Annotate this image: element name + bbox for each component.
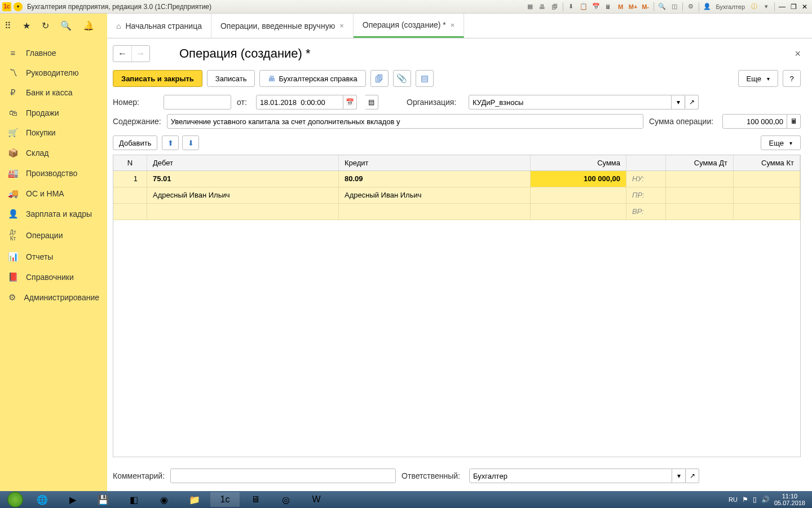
org-input[interactable] — [469, 95, 672, 110]
tray-flag-icon[interactable]: ⚑ — [742, 496, 748, 503]
tool-download-icon[interactable]: ⬇ — [566, 2, 577, 12]
sidebar-item-reports[interactable]: 📊Отчеты — [0, 247, 107, 267]
favorites-icon[interactable]: ★ — [23, 20, 30, 31]
tool-panels-icon[interactable]: ◫ — [669, 2, 680, 12]
sidebar-item-purchases[interactable]: 🛒Покупки — [0, 122, 107, 143]
table-row[interactable]: Адресный Иван Ильич Адресный Иван Ильич … — [113, 187, 800, 204]
more-button[interactable]: Еще — [738, 70, 778, 87]
entries-grid[interactable]: N Дебет Кредит Сумма Сумма Дт Сумма Кт 1… — [113, 155, 801, 457]
cell-sumdt[interactable] — [666, 171, 734, 187]
date-input[interactable] — [256, 95, 343, 110]
cell-n[interactable] — [113, 204, 147, 220]
tool-mplus-icon[interactable]: M+ — [628, 2, 639, 12]
calc-icon[interactable]: 🖩 — [787, 114, 801, 129]
cell-sumkt[interactable] — [734, 171, 800, 187]
tool-mminus-icon[interactable]: M- — [640, 2, 651, 12]
responsible-input[interactable] — [469, 468, 672, 483]
nav-forward-button[interactable]: → — [131, 46, 149, 62]
sidebar-item-production[interactable]: 🏭Производство — [0, 163, 107, 183]
sum-input[interactable] — [722, 114, 787, 129]
sidebar-item-operations[interactable]: ДтКтОперации — [0, 224, 107, 247]
start-button[interactable] — [3, 491, 27, 508]
history-icon[interactable]: ↻ — [42, 20, 49, 31]
calendar-icon[interactable]: 📅 — [343, 95, 357, 110]
copy-button[interactable]: 🗐 — [370, 70, 389, 87]
info-icon[interactable]: ⓘ — [748, 2, 760, 12]
tool-clipboard-icon[interactable]: 📋 — [578, 2, 589, 12]
cell-sum[interactable] — [531, 187, 626, 203]
task-1c[interactable]: 1c — [210, 492, 240, 507]
sidebar-item-sales[interactable]: 🛍Продажи — [0, 103, 107, 122]
task-media[interactable]: ▶ — [58, 492, 87, 507]
close-window-button[interactable]: ✕ — [800, 2, 810, 11]
cell-debit-subj[interactable]: Адресный Иван Ильич — [147, 187, 339, 203]
task-save[interactable]: 💾 — [89, 492, 118, 507]
tool-calc-icon[interactable]: 🖩 — [603, 2, 614, 12]
sidebar-item-directories[interactable]: 📕Справочники — [0, 267, 107, 287]
cell-sumkt[interactable] — [734, 204, 800, 220]
tool-zoom-icon[interactable]: 🔍 — [656, 2, 668, 12]
close-icon[interactable]: × — [451, 21, 455, 29]
notifications-icon[interactable]: 🔔 — [83, 20, 94, 31]
cell-debit-acc[interactable]: 75.01 — [147, 171, 339, 187]
date-extras-button[interactable]: ▤ — [365, 95, 378, 110]
dropdown-icon[interactable]: ▾ — [672, 95, 685, 110]
sidebar-item-hr[interactable]: 👤Зарплата и кадры — [0, 204, 107, 224]
col-sum-header[interactable]: Сумма — [531, 155, 626, 170]
acc-ref-button[interactable]: 🖶Бухгалтерская справка — [259, 70, 365, 87]
table-row[interactable]: 1 75.01 80.09 100 000,00 НУ: — [113, 171, 800, 187]
number-input[interactable] — [164, 95, 231, 110]
apps-icon[interactable]: ⠿ — [5, 20, 11, 31]
tool-doc-icon[interactable]: 🗐 — [549, 2, 561, 12]
sidebar-item-main[interactable]: ≡Главное — [0, 43, 107, 63]
tab-operations-list[interactable]: Операции, введенные вручную× — [211, 14, 354, 38]
maximize-button[interactable]: ❐ — [788, 2, 798, 11]
add-button[interactable]: Добавить — [113, 135, 157, 150]
grid-more-button[interactable]: Еще — [761, 135, 801, 150]
save-button[interactable]: Записать — [207, 70, 255, 87]
col-credit-header[interactable]: Кредит — [339, 155, 531, 170]
col-debit-header[interactable]: Дебет — [147, 155, 339, 170]
cell-credit-acc[interactable]: 80.09 — [339, 171, 531, 187]
tray-clock[interactable]: 11:10 05.07.2018 — [774, 493, 805, 506]
tool-print-icon[interactable]: 🖶 — [537, 2, 548, 12]
task-app3[interactable]: ◎ — [271, 492, 301, 507]
cell-sumdt[interactable] — [666, 204, 734, 220]
search-icon[interactable]: 🔍 — [60, 20, 72, 31]
sidebar-item-warehouse[interactable]: 📦Склад — [0, 143, 107, 163]
user-name[interactable]: Бухгалтер — [716, 3, 745, 10]
open-icon[interactable]: ↗ — [685, 95, 699, 110]
cell-sumkt[interactable] — [734, 187, 800, 203]
minimize-button[interactable]: — — [777, 2, 787, 11]
tray-battery-icon[interactable]: ▯ — [753, 496, 757, 503]
cell-credit-subj[interactable]: Адресный Иван Ильич — [339, 187, 531, 203]
dropdown-icon[interactable]: ▾ — [672, 468, 686, 483]
help-button[interactable]: ? — [783, 70, 801, 87]
tool-m-icon[interactable]: M — [615, 2, 626, 12]
col-sumdt-header[interactable]: Сумма Дт — [666, 155, 734, 170]
col-n-header[interactable]: N — [113, 155, 147, 170]
task-chrome[interactable]: ◉ — [149, 492, 179, 507]
close-icon[interactable]: × — [339, 21, 344, 30]
attach-button[interactable]: 📎 — [393, 70, 411, 87]
tray-volume-icon[interactable]: 🔊 — [761, 496, 770, 503]
task-explorer[interactable]: 📁 — [180, 492, 209, 507]
user-icon[interactable]: 👤 — [701, 2, 713, 12]
cell-sum[interactable]: 100 000,00 — [531, 171, 626, 187]
tab-operation-create[interactable]: Операция (создание) *× — [354, 14, 465, 38]
tray-lang[interactable]: RU — [729, 496, 738, 503]
comment-input[interactable] — [170, 468, 396, 483]
open-icon[interactable]: ↗ — [686, 468, 699, 483]
tool-settings-icon[interactable]: ⚙ — [685, 2, 696, 12]
task-app2[interactable]: 🖥 — [241, 492, 270, 507]
sidebar-item-bank[interactable]: ₽Банк и касса — [0, 82, 107, 103]
tab-home[interactable]: ⌂Начальная страница — [107, 14, 211, 38]
table-row[interactable]: ВР: — [113, 204, 800, 220]
tool-grid-icon[interactable]: ▦ — [524, 2, 536, 12]
save-close-button[interactable]: Записать и закрыть — [113, 70, 202, 87]
list-button[interactable]: ▤ — [416, 70, 434, 87]
tool-calendar-icon[interactable]: 📅 — [590, 2, 602, 12]
dropdown-icon[interactable]: ▾ — [14, 2, 23, 11]
sidebar-item-admin[interactable]: ⚙Администрирование — [0, 287, 107, 308]
cell-n[interactable]: 1 — [113, 171, 147, 187]
